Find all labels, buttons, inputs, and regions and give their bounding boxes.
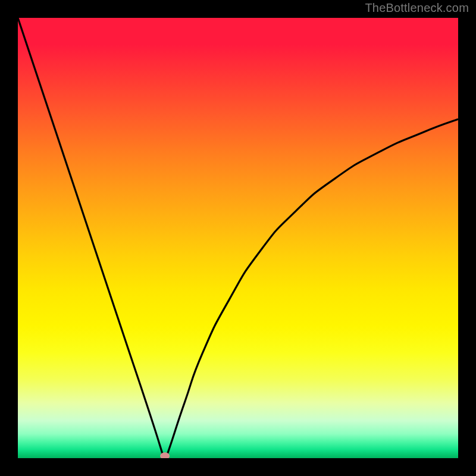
chart-container: TheBottleneck.com xyxy=(0,0,476,476)
curve-left-arm xyxy=(18,18,163,456)
chart-svg xyxy=(18,18,458,458)
watermark-text: TheBottleneck.com xyxy=(365,1,469,15)
curve-right-arm xyxy=(167,119,458,456)
plot-area xyxy=(18,18,458,458)
